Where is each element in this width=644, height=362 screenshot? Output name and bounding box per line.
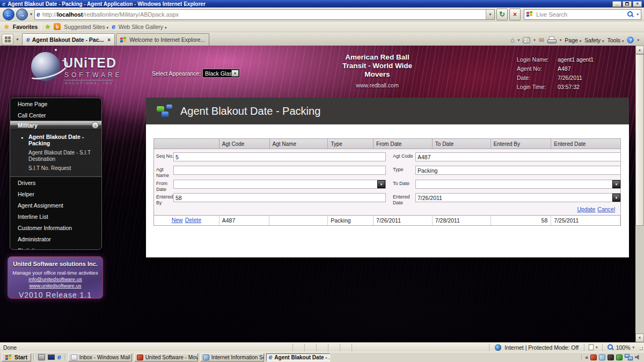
tray-icon-2[interactable]: [599, 354, 605, 360]
to-date-combo[interactable]: ▼: [415, 180, 621, 189]
tab-list-dropdown[interactable]: ▾: [14, 34, 21, 45]
taskbar-button-agent-blakout[interactable]: e Agent Blakout Date - ...: [266, 353, 330, 361]
type-input[interactable]: [415, 166, 621, 175]
resize-grip[interactable]: [639, 343, 644, 352]
tab-agent-blakout[interactable]: e Agent Blakout Date - Pac... ×: [22, 33, 115, 46]
close-button[interactable]: ×: [633, 1, 642, 7]
minimize-button[interactable]: _: [612, 1, 621, 7]
update-link[interactable]: Update: [577, 206, 595, 212]
scrollbar-thumb[interactable]: [635, 54, 644, 226]
suggested-sites-button[interactable]: Suggested Sites ▾: [64, 24, 108, 30]
address-bar[interactable]: e http://localhost/redballonline/Militar…: [34, 9, 495, 20]
sidebar-item-home-page[interactable]: Home Page: [10, 98, 101, 109]
search-icon[interactable]: [627, 11, 634, 18]
from-date-input[interactable]: [173, 180, 386, 189]
sidebar-item-drivers[interactable]: Drivers: [10, 177, 101, 188]
seq-no-input[interactable]: [173, 152, 386, 161]
home-button[interactable]: ⌂: [510, 36, 515, 43]
quick-launch-ie-icon[interactable]: e: [57, 354, 61, 360]
tray-expand-icon[interactable]: «: [585, 354, 588, 360]
chevron-down-icon[interactable]: ▼: [612, 180, 620, 188]
tools-menu-button[interactable]: Tools ▾: [608, 37, 624, 43]
back-button[interactable]: ←: [3, 9, 14, 20]
search-box[interactable]: ▾: [524, 9, 641, 20]
to-date-input[interactable]: [415, 180, 621, 189]
safety-menu-button[interactable]: Safety ▾: [584, 37, 604, 43]
sidebar-item-military[interactable]: Military ↓: [10, 121, 101, 130]
agt-code-input[interactable]: [415, 152, 621, 161]
tab-welcome-ie[interactable]: Welcome to Internet Explore...: [116, 33, 209, 46]
tray-icon-4[interactable]: [616, 354, 623, 360]
page-mode-pane[interactable]: ▾: [584, 344, 602, 351]
scroll-up-button[interactable]: ▲: [635, 46, 644, 54]
volume-icon[interactable]: [635, 354, 641, 360]
tray-icon-3[interactable]: [608, 354, 614, 360]
quick-launch-desktop-icon[interactable]: [48, 354, 55, 360]
login-label: Login Time:: [517, 84, 558, 90]
web-slice-gallery-button[interactable]: Web Slice Gallery ▾: [119, 24, 167, 30]
network-icon[interactable]: [625, 354, 633, 360]
entered-by-input[interactable]: [173, 193, 386, 202]
start-button[interactable]: Start: [2, 353, 31, 361]
table-header: Agt Name: [270, 139, 328, 149]
sidebar-item-sit-no-request[interactable]: S.I.T No. Request: [10, 163, 101, 173]
sidebar-item-statistics[interactable]: Statistics: [10, 245, 101, 250]
taskbar-button-inbox[interactable]: Inbox - Windows Mail: [68, 353, 132, 361]
add-favorite-icon[interactable]: ★: [45, 23, 50, 31]
appearance-select[interactable]: Black Glass ▼: [202, 69, 240, 78]
search-options-dropdown[interactable]: ▾: [636, 12, 639, 17]
collapse-arrow-icon[interactable]: ↓: [92, 122, 99, 129]
maximize-button[interactable]: [623, 1, 632, 7]
help-button[interactable]: ?: [627, 36, 634, 43]
from-date-combo[interactable]: ▼: [173, 180, 386, 189]
suggested-sites-icon: b: [54, 23, 61, 30]
sidebar-item-agent-assignment[interactable]: Agent Assignment: [10, 200, 101, 211]
chevron-down-icon[interactable]: ▼: [231, 70, 239, 77]
vendor-title: United Software solutions Inc.: [8, 261, 103, 267]
sidebar-item-agent-blakout-packing[interactable]: ● Agent Blakout Date - Packing: [10, 132, 101, 147]
company-website-link[interactable]: www.redball.com: [318, 82, 437, 88]
vertical-scrollbar[interactable]: ▲ ▼: [635, 46, 644, 342]
chevron-down-icon[interactable]: ▼: [612, 194, 620, 202]
stop-button[interactable]: ×: [509, 9, 521, 20]
home-dropdown[interactable]: ▾: [518, 38, 520, 42]
delete-link[interactable]: Delete: [185, 217, 201, 225]
page-menu-button[interactable]: Page ▾: [565, 37, 581, 43]
search-input[interactable]: [536, 11, 624, 18]
vendor-website-link[interactable]: www.unitedsoftware.us: [8, 283, 103, 289]
tray-icon-1[interactable]: [590, 354, 597, 360]
refresh-button[interactable]: ↻: [496, 9, 508, 20]
help-dropdown[interactable]: ▾: [637, 38, 639, 42]
quick-launch-server-icon[interactable]: [38, 354, 45, 360]
sidebar-item-administrator[interactable]: Administrator: [10, 233, 101, 245]
sidebar-item-agent-blakout-sit[interactable]: Agent Blakout Date - S.I.T Destination: [10, 147, 101, 163]
cancel-link[interactable]: Cancel: [597, 206, 615, 212]
rss-feeds-button[interactable]: [523, 37, 530, 43]
scroll-down-button[interactable]: ▼: [635, 334, 644, 342]
sidebar-item-interline-list[interactable]: Interline List: [10, 211, 101, 222]
zoom-control[interactable]: 100% ▾: [602, 344, 639, 351]
entered-date-input[interactable]: [415, 193, 621, 202]
agt-name-input[interactable]: [173, 166, 386, 175]
taskbar-button-iis[interactable]: Internet Information Ser...: [200, 353, 264, 361]
favorites-button[interactable]: Favorites: [13, 24, 38, 30]
sidebar-item-helper[interactable]: Helper: [10, 188, 101, 200]
new-link[interactable]: New: [172, 217, 183, 225]
forward-button[interactable]: →: [16, 9, 28, 20]
vendor-email-link[interactable]: info@unitedsoftware.us: [8, 276, 103, 282]
address-toolbar: ← → ▾ e http://localhost/redballonline/M…: [0, 8, 644, 21]
chevron-down-icon[interactable]: ▼: [377, 180, 385, 188]
screen: e Agent Blakout Date - Packing - Agent A…: [0, 0, 644, 362]
entered-date-combo[interactable]: ▼: [415, 193, 621, 202]
sidebar-item-call-center[interactable]: Call Center: [10, 109, 101, 121]
print-dropdown[interactable]: ▾: [560, 38, 562, 42]
print-button[interactable]: [547, 36, 557, 43]
tab-close-icon[interactable]: ×: [107, 37, 111, 43]
taskbar-button-united-software[interactable]: United Software - Movin...: [134, 353, 198, 361]
read-mail-button[interactable]: ✉: [539, 37, 544, 43]
history-dropdown[interactable]: ▾: [30, 12, 33, 17]
sidebar-item-customer-information[interactable]: Customer Information: [10, 222, 101, 233]
quick-tabs-button[interactable]: [2, 34, 13, 45]
address-dropdown-button[interactable]: ▾: [486, 10, 494, 19]
rss-dropdown[interactable]: ▾: [533, 38, 536, 42]
